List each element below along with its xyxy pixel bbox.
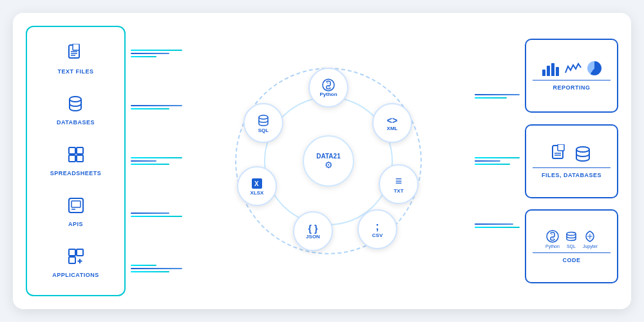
svg-point-31 xyxy=(553,238,554,239)
svg-point-30 xyxy=(551,234,553,235)
json-node[interactable]: { } JSON xyxy=(293,211,333,251)
left-item-applications[interactable]: APPLICATIONS xyxy=(52,247,99,278)
code-sql-icon xyxy=(565,230,578,243)
code-jupyter: Jupyter xyxy=(583,230,598,249)
databases-label: DATABASES xyxy=(57,119,95,126)
xlsx-icon: X xyxy=(251,177,263,190)
reporting-divider xyxy=(533,80,611,80)
xlsx-label: XLSX xyxy=(251,190,264,196)
right-connector-group-3 xyxy=(475,223,520,228)
wave-chart-icon xyxy=(564,61,582,75)
connector-line xyxy=(131,213,169,214)
center-area: DATA21 ⚙ Python <> XML ≡ xyxy=(187,64,469,258)
files-databases-icons xyxy=(551,144,592,164)
left-item-databases[interactable]: DATABASES xyxy=(57,95,95,126)
spreadsheets-label: SPREADSHEETS xyxy=(50,170,102,176)
txt-node[interactable]: ≡ TXT xyxy=(379,164,419,204)
files-databases-card[interactable]: FILES, DATABASES xyxy=(525,124,618,198)
svg-point-19 xyxy=(327,82,328,84)
files-databases-divider xyxy=(533,167,611,168)
svg-rect-13 xyxy=(69,249,75,256)
code-python-label: Python xyxy=(545,244,560,249)
csv-icon: ; xyxy=(375,221,379,232)
apis-icon xyxy=(67,196,85,218)
file-icon xyxy=(551,144,568,164)
bar-chart-icon xyxy=(542,61,559,76)
svg-rect-6 xyxy=(69,147,75,154)
code-sql: SQL xyxy=(565,230,578,249)
code-label: CODE xyxy=(562,257,580,263)
connector-line xyxy=(131,268,182,269)
center-gear-icon: ⚙ xyxy=(325,160,333,170)
svg-point-20 xyxy=(328,86,330,88)
applications-label: APPLICATIONS xyxy=(52,272,99,278)
code-sql-label: SQL xyxy=(567,244,576,249)
python-node[interactable]: Python xyxy=(308,68,348,108)
left-item-text-files[interactable]: TEXT FILES xyxy=(57,44,93,75)
svg-point-5 xyxy=(70,97,81,102)
connector-group-1 xyxy=(131,50,182,57)
svg-rect-25 xyxy=(558,144,564,151)
svg-rect-9 xyxy=(77,155,83,162)
python-label: Python xyxy=(319,91,337,97)
text-files-label: TEXT FILES xyxy=(57,68,93,75)
center-node: DATA21 ⚙ xyxy=(303,135,354,187)
json-label: JSON xyxy=(306,234,320,240)
json-icon: { } xyxy=(308,223,318,234)
connector-group-2 xyxy=(131,105,182,109)
connector-line xyxy=(131,164,169,165)
connector-group-4 xyxy=(131,213,182,217)
right-connectors xyxy=(475,64,520,258)
sql-icon xyxy=(256,113,270,128)
connector-group-3 xyxy=(131,157,182,165)
left-panel: TEXT FILES DATABASES SPRE xyxy=(26,26,126,296)
orbit-container: DATA21 ⚙ Python <> XML ≡ xyxy=(232,64,425,258)
code-python-icon xyxy=(546,230,559,243)
svg-rect-8 xyxy=(69,155,75,162)
txt-icon: ≡ xyxy=(395,175,402,188)
databases-icon xyxy=(66,95,84,117)
reporting-card[interactable]: REPORTING xyxy=(525,39,618,113)
connector-line xyxy=(131,56,156,57)
xlsx-node[interactable]: X XLSX xyxy=(237,166,277,206)
left-item-apis[interactable]: APIS xyxy=(67,196,85,227)
connector-line xyxy=(131,271,169,272)
reporting-label: REPORTING xyxy=(553,84,590,91)
right-connector-line xyxy=(475,164,510,165)
svg-rect-15 xyxy=(69,257,75,263)
python-icon xyxy=(322,79,335,91)
right-connector-line xyxy=(475,160,500,162)
csv-label: CSV xyxy=(372,232,383,238)
svg-text:X: X xyxy=(254,180,259,187)
sql-node[interactable]: SQL xyxy=(243,103,283,143)
left-item-spreadsheets[interactable]: SPREADSHEETS xyxy=(50,146,102,176)
right-connector-line xyxy=(475,227,520,228)
txt-label: TXT xyxy=(393,188,403,194)
csv-node[interactable]: ; CSV xyxy=(357,209,397,249)
right-connector-line xyxy=(475,157,520,158)
xml-node[interactable]: <> XML xyxy=(372,103,412,143)
right-connector-line xyxy=(475,94,520,95)
svg-rect-7 xyxy=(77,147,83,154)
connector-group-5 xyxy=(131,265,182,272)
connector-line xyxy=(131,160,156,162)
connector-line xyxy=(131,108,169,109)
connector-line xyxy=(131,157,182,158)
code-divider xyxy=(533,252,611,253)
connector-line xyxy=(131,265,156,266)
main-container: TEXT FILES DATABASES SPRE xyxy=(13,13,631,309)
connector-line xyxy=(131,105,182,106)
svg-point-28 xyxy=(576,147,589,152)
code-jupyter-icon xyxy=(583,230,596,243)
database-icon xyxy=(573,144,592,164)
svg-rect-1 xyxy=(73,44,79,50)
reporting-icons xyxy=(542,61,601,76)
xml-icon: <> xyxy=(387,115,397,126)
xml-label: XML xyxy=(387,126,398,131)
right-connector-group-1 xyxy=(475,94,520,99)
code-card[interactable]: Python SQL Jupyter xyxy=(525,209,618,283)
svg-rect-11 xyxy=(71,201,80,207)
code-python: Python xyxy=(545,230,560,249)
right-panel: REPORTING FILES, DATABASES xyxy=(525,39,618,283)
svg-rect-14 xyxy=(77,249,83,256)
